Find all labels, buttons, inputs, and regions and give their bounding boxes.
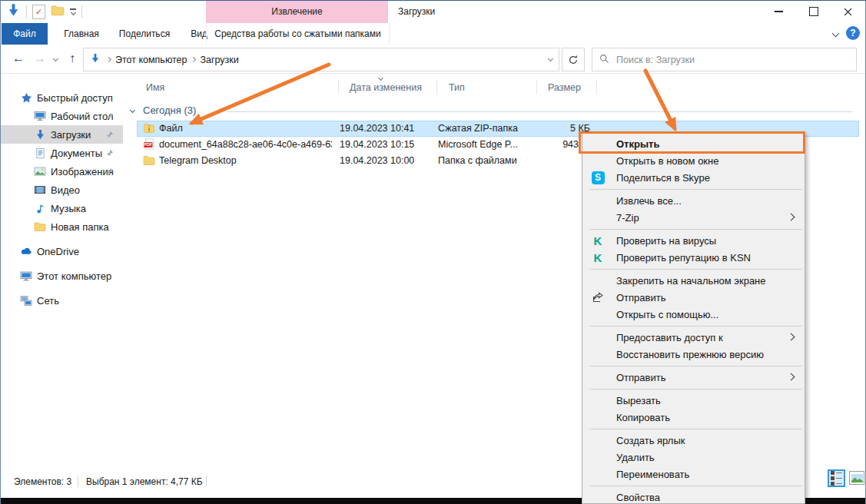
new-folder-icon[interactable] <box>51 5 65 19</box>
selection-info: Выбран 1 элемент: 4,77 КБ <box>86 476 203 487</box>
document-icon <box>34 147 46 159</box>
details-view-icon <box>831 471 842 486</box>
menu-separator <box>589 429 802 429</box>
tab-home[interactable]: Главная <box>57 23 106 45</box>
details-view-button[interactable] <box>828 469 845 487</box>
column-divider[interactable] <box>338 80 339 94</box>
menu-separator <box>589 269 802 270</box>
desktop-icon <box>34 110 46 122</box>
menu-item-restore-previous[interactable]: Восстановить прежнюю версию <box>582 346 805 363</box>
tab-compressed-folder-tools[interactable]: Средства работы со сжатыми папками <box>206 23 390 45</box>
items-count: Элементов: 3 <box>14 476 71 487</box>
search-box[interactable] <box>592 48 857 71</box>
submenu-arrow-icon <box>788 333 795 341</box>
column-header-name[interactable]: Имя <box>146 82 164 93</box>
column-header-size[interactable]: Размер <box>548 82 581 93</box>
menu-item-scan-viruses[interactable]: K Проверить на вирусы <box>582 232 805 249</box>
sidebar-item-new-folder[interactable]: Новая папка <box>0 217 123 236</box>
menu-item-open-with[interactable]: Открыть с помощью... <box>582 306 805 323</box>
column-divider[interactable] <box>536 80 537 94</box>
menu-item-rename[interactable]: Переименовать <box>582 466 805 482</box>
address-dropdown-icon[interactable] <box>548 56 553 61</box>
menu-separator <box>589 326 802 327</box>
breadcrumb-downloads[interactable]: Загрузки <box>195 55 243 65</box>
up-button[interactable]: ↑ <box>63 48 81 69</box>
group-header-today[interactable]: Сегодня (3) <box>123 102 858 119</box>
sidebar-item-onedrive[interactable]: OneDrive <box>0 242 123 260</box>
onedrive-cloud-icon <box>20 245 32 257</box>
menu-item-copy[interactable]: Копировать <box>582 409 805 426</box>
menu-item-share[interactable]: Отправить <box>582 289 805 306</box>
tab-file[interactable]: Файл <box>2 23 48 45</box>
folder-icon <box>34 220 46 233</box>
divider <box>206 476 207 487</box>
sidebar-item-network[interactable]: Сеть <box>0 291 123 310</box>
downloads-icon <box>34 128 46 141</box>
menu-item-7zip[interactable]: 7-Zip <box>582 209 805 226</box>
menu-item-send-to[interactable]: Отправить <box>582 369 805 386</box>
sidebar-item-pictures[interactable]: Изображения <box>0 162 123 181</box>
column-divider[interactable] <box>436 80 437 94</box>
menu-item-check-ksn[interactable]: K Проверить репутацию в KSN <box>582 249 805 266</box>
sidebar-item-documents[interactable]: Документы <box>0 144 123 162</box>
menu-item-delete[interactable]: Удалить <box>582 449 805 466</box>
menu-item-pin-start[interactable]: Закрепить на начальном экране <box>582 272 805 289</box>
minimize-button[interactable] <box>761 0 796 23</box>
customize-qat-icon[interactable] <box>70 8 76 15</box>
kaspersky-icon: K <box>591 234 605 247</box>
sidebar-item-videos[interactable]: Видео <box>0 181 123 199</box>
menu-item-properties[interactable]: Свойства <box>582 489 805 504</box>
sidebar-item-downloads[interactable]: Загрузки <box>0 125 123 144</box>
sidebar-item-music[interactable]: Музыка <box>0 199 123 217</box>
sort-indicator-icon <box>378 75 383 81</box>
back-button[interactable]: ← <box>9 48 28 69</box>
help-button[interactable]: ? <box>846 26 860 40</box>
sidebar-item-quick-access[interactable]: Быстрый доступ <box>0 88 123 107</box>
search-input[interactable] <box>615 54 856 66</box>
folder-icon <box>143 154 155 167</box>
sidebar-item-desktop[interactable]: Рабочий стол <box>0 107 123 125</box>
kaspersky-icon: K <box>591 250 605 264</box>
downloads-icon <box>6 3 21 21</box>
music-note-icon <box>34 202 46 214</box>
column-header-type[interactable]: Тип <box>449 82 465 93</box>
menu-item-open[interactable]: Открыть <box>582 135 805 152</box>
menu-item-cut[interactable]: Вырезать <box>582 392 805 409</box>
properties-icon[interactable]: ✓ <box>32 5 45 19</box>
explorer-window: ✓ Извлечение Загрузки Файл Главная Подел… <box>0 0 866 504</box>
quick-access-toolbar: ✓ <box>6 0 82 23</box>
skype-icon: S <box>591 171 605 184</box>
thumbnails-view-button[interactable] <box>849 471 864 485</box>
maximize-button[interactable] <box>796 0 831 23</box>
menu-item-extract-all[interactable]: Извлечь все... <box>582 192 805 209</box>
title-bar: ✓ Извлечение Загрузки <box>0 0 866 23</box>
divider <box>78 476 78 487</box>
search-icon <box>599 53 609 67</box>
menu-separator <box>589 486 802 486</box>
pdf-icon: PDF <box>143 138 155 151</box>
group-divider <box>227 111 852 112</box>
share-icon <box>591 290 605 304</box>
menu-item-share-skype[interactable]: S Поделиться в Skype <box>582 169 805 186</box>
window-title: Загрузки <box>398 0 435 23</box>
column-divider[interactable] <box>596 80 597 94</box>
forward-button[interactable]: → <box>31 48 49 69</box>
tab-share[interactable]: Поделиться <box>114 23 175 45</box>
breadcrumb-this-pc[interactable]: Этот компьютер <box>111 55 191 65</box>
sidebar-item-this-pc[interactable]: Этот компьютер <box>0 267 123 285</box>
window-controls <box>761 0 865 23</box>
address-bar[interactable]: Этот компьютер Загрузки <box>83 48 559 71</box>
menu-item-grant-access[interactable]: Предоставить доступ к <box>582 329 805 346</box>
close-button[interactable] <box>831 0 865 23</box>
menu-item-create-shortcut[interactable]: Создать ярлык <box>582 432 805 449</box>
recent-locations-icon[interactable] <box>49 48 61 69</box>
menu-separator <box>589 389 802 390</box>
thumbnails-view-icon <box>851 474 863 482</box>
menu-item-open-new-window[interactable]: Открыть в новом окне <box>582 152 805 169</box>
refresh-icon <box>568 55 579 65</box>
downloads-icon <box>90 53 101 66</box>
submenu-arrow-icon <box>788 214 795 221</box>
column-header-date[interactable]: Дата изменения <box>350 82 422 93</box>
collapse-group-icon[interactable] <box>130 108 135 113</box>
refresh-button[interactable] <box>562 48 585 71</box>
